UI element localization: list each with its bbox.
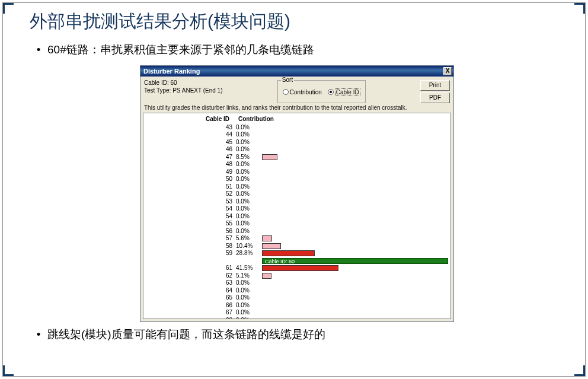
radio-label: Cable ID <box>335 88 360 96</box>
bullet-item: • 跳线架(模块)质量可能有问题，而这条链路的线缆是好的 <box>30 327 564 343</box>
radio-icon <box>328 89 334 95</box>
row-cable-id: 44 <box>143 131 232 138</box>
row-cable-id: 68 <box>143 317 232 319</box>
contribution-bar <box>262 154 277 160</box>
chart-row: 540.0% <box>143 213 450 221</box>
self-cable-bar: Cable ID: 60 <box>262 258 448 264</box>
row-contribution: 0.0% <box>236 213 260 219</box>
row-cable-id: 45 <box>143 139 232 145</box>
row-cable-id: 66 <box>143 302 232 308</box>
chart-row: 660.0% <box>143 302 450 310</box>
row-cable-id: 65 <box>143 294 232 301</box>
chart-row: 550.0% <box>143 220 450 228</box>
row-cable-id: 57 <box>143 235 232 241</box>
chart-row: 575.6% <box>143 235 450 243</box>
row-contribution: 0.0% <box>236 176 260 182</box>
row-contribution: 10.4% <box>236 243 260 249</box>
cable-id-label: Cable ID: 60 <box>144 79 222 87</box>
chart-row: 625.1% <box>143 272 450 280</box>
chart-row: 500.0% <box>143 176 450 183</box>
chart-row: 430.0% <box>143 124 450 132</box>
contribution-bar <box>262 265 338 271</box>
test-type-label: Test Type: PS ANEXT (End 1) <box>144 87 222 94</box>
row-contribution: 0.0% <box>236 228 260 234</box>
row-contribution: 0.0% <box>236 124 260 130</box>
row-cable-id: 55 <box>143 220 232 227</box>
row-cable-id: 50 <box>143 176 232 182</box>
chart-row: 520.0% <box>143 190 450 198</box>
row-cable-id: 54 <box>143 205 232 212</box>
row-cable-id: 59 <box>143 250 232 256</box>
row-cable-id: 64 <box>143 287 232 294</box>
sort-contribution-radio[interactable]: Contribution <box>283 89 322 95</box>
chart-row: 650.0% <box>143 294 450 302</box>
row-contribution: 5.6% <box>236 235 260 241</box>
contribution-bar <box>262 250 315 256</box>
row-cable-id: 67 <box>143 309 232 316</box>
close-button[interactable]: X <box>443 67 452 75</box>
bullet-marker: • <box>30 42 47 58</box>
disturber-ranking-dialog: Disturber Ranking X Cable ID: 60 Test Ty… <box>140 65 454 322</box>
slide-title: 外部串扰测试结果分析(模块问题) <box>30 9 564 34</box>
chart-row: 478.5% <box>143 154 450 161</box>
chart-row: 680.0% <box>143 317 450 319</box>
row-contribution: 0.0% <box>236 309 260 316</box>
column-header-contrib: Contribution <box>238 116 274 122</box>
chart-row: 630.0% <box>143 279 450 287</box>
bullet-item: • 60#链路：串扰累积值主要来源于紧邻的几条电缆链路 <box>30 42 564 58</box>
row-cable-id: 43 <box>143 124 232 130</box>
row-contribution: 0.0% <box>236 146 260 152</box>
row-cable-id: 58 <box>143 243 232 249</box>
contribution-bar <box>262 235 272 241</box>
row-cable-id: 62 <box>143 272 232 279</box>
pdf-button[interactable]: PDF <box>420 93 450 103</box>
row-contribution: 0.0% <box>236 198 260 205</box>
corner-decor <box>574 365 585 376</box>
row-cable-id: 48 <box>143 161 232 167</box>
chart-row: 460.0% <box>143 146 450 154</box>
chart-row: 530.0% <box>143 198 450 206</box>
bullet-text: 60#链路：串扰累积值主要来源于紧邻的几条电缆链路 <box>47 42 314 58</box>
contribution-bar <box>262 243 281 249</box>
row-contribution: 0.0% <box>236 139 260 145</box>
chart-row: 490.0% <box>143 168 450 176</box>
row-cable-id: 51 <box>143 183 232 190</box>
self-cable-row: Cable ID: 60 <box>143 257 450 265</box>
row-contribution: 0.0% <box>236 183 260 190</box>
row-cable-id: 47 <box>143 154 232 160</box>
row-contribution: 0.0% <box>236 131 260 138</box>
dialog-title: Disturber Ranking <box>143 68 200 75</box>
dialog-titlebar[interactable]: Disturber Ranking X <box>140 66 453 77</box>
row-contribution: 28.8% <box>236 250 260 256</box>
row-cable-id: 54 <box>143 213 232 219</box>
bullet-text: 跳线架(模块)质量可能有问题，而这条链路的线缆是好的 <box>47 327 325 343</box>
row-contribution: 0.0% <box>236 317 260 319</box>
row-cable-id: 61 <box>143 265 232 271</box>
chart-row: 540.0% <box>143 205 450 213</box>
column-header-id: Cable ID <box>206 116 229 122</box>
radio-icon <box>283 89 289 95</box>
sort-cableid-radio[interactable]: Cable ID <box>328 88 360 96</box>
row-cable-id: 52 <box>143 190 232 197</box>
chart-row: 5810.4% <box>143 243 450 250</box>
row-contribution: 0.0% <box>236 294 260 301</box>
contribution-bar <box>262 273 271 279</box>
row-cable-id: 53 <box>143 198 232 205</box>
row-contribution: 0.0% <box>236 287 260 294</box>
chart-row: 480.0% <box>143 161 450 168</box>
dialog-description: This utility grades the disturber links,… <box>140 104 453 113</box>
chart-row: 560.0% <box>143 228 450 235</box>
row-contribution: 0.0% <box>236 302 260 308</box>
corner-decor <box>3 3 14 14</box>
ranking-chart: Cable ID Contribution 430.0%440.0%450.0%… <box>143 113 451 319</box>
chart-row: 440.0% <box>143 131 450 139</box>
chart-row: 670.0% <box>143 309 450 317</box>
chart-row: 510.0% <box>143 183 450 191</box>
chart-row: 640.0% <box>143 287 450 295</box>
row-cable-id: 49 <box>143 168 232 175</box>
row-contribution: 0.0% <box>236 168 260 175</box>
bullet-marker: • <box>30 327 47 343</box>
row-cable-id: 56 <box>143 228 232 234</box>
sort-groupbox: Sort Contribution Cable ID <box>277 80 366 103</box>
print-button[interactable]: Print <box>420 80 450 91</box>
